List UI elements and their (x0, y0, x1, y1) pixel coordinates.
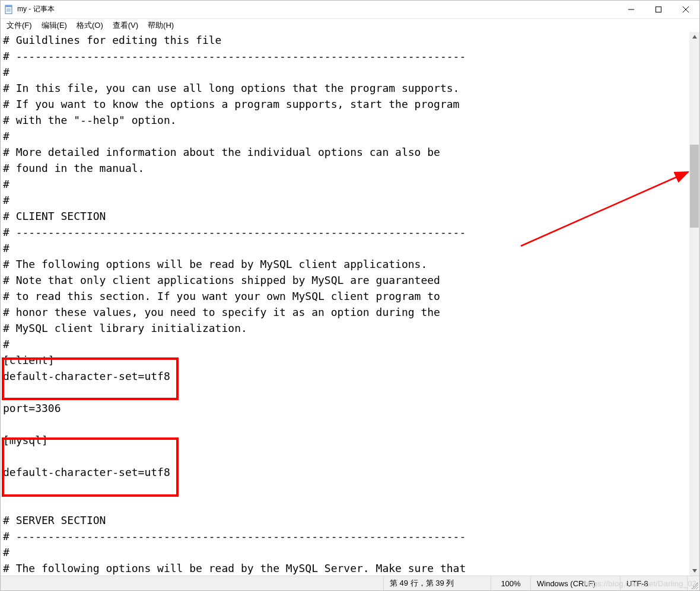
status-spacer (1, 576, 384, 590)
svg-rect-6 (656, 7, 661, 12)
scrollbar-thumb[interactable] (690, 145, 699, 228)
menubar: 文件(F) 编辑(E) 格式(O) 查看(V) 帮助(H) (1, 19, 699, 32)
scroll-up-arrow-icon[interactable] (689, 32, 699, 42)
text-editor[interactable]: # Guildlines for editing this file # ---… (1, 32, 689, 576)
titlebar-left: my - 记事本 (1, 4, 55, 14)
close-button[interactable] (672, 1, 699, 18)
menu-edit[interactable]: 编辑(E) (38, 20, 72, 31)
status-cursor-position: 第 49 行，第 39 列 (384, 576, 491, 590)
resize-grip-icon[interactable] (688, 576, 699, 590)
window-title: my - 记事本 (17, 4, 55, 14)
status-line-ending: Windows (CRLF) (531, 576, 621, 590)
notepad-window: my - 记事本 文件(F) 编辑(E) 格式(O) 查看(V) 帮助(H) #… (0, 0, 700, 591)
menu-format[interactable]: 格式(O) (73, 20, 108, 31)
menu-file[interactable]: 文件(F) (3, 20, 37, 31)
titlebar: my - 记事本 (1, 1, 699, 19)
status-zoom: 100% (491, 576, 531, 590)
menu-view[interactable]: 查看(V) (109, 20, 143, 31)
status-encoding: UTF-8 (621, 576, 688, 590)
svg-marker-10 (692, 569, 697, 573)
minimize-button[interactable] (618, 1, 645, 18)
vertical-scrollbar[interactable] (689, 32, 699, 576)
menu-help[interactable]: 帮助(H) (144, 20, 179, 31)
scroll-down-arrow-icon[interactable] (689, 566, 699, 576)
svg-marker-9 (692, 35, 697, 39)
svg-rect-1 (5, 5, 12, 7)
notepad-icon (4, 5, 14, 14)
statusbar: 第 49 行，第 39 列 100% Windows (CRLF) UTF-8 (1, 576, 699, 590)
window-controls (618, 1, 699, 18)
content-wrap: # Guildlines for editing this file # ---… (1, 32, 699, 576)
maximize-button[interactable] (645, 1, 672, 18)
